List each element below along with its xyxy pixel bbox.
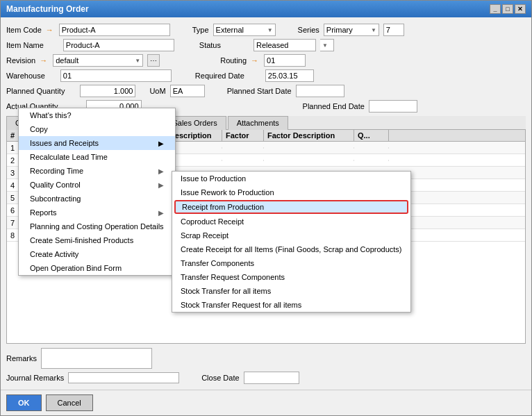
main-window: Manufacturing Order _ □ ✕ Item Code → Ty… bbox=[0, 0, 532, 416]
submenu-arrow-icon: ▶ bbox=[158, 140, 164, 147]
menu-recalculate[interactable]: Recalculate Lead Time bbox=[19, 150, 175, 164]
form-row-5: Planned Quantity UoM Planned Start Date bbox=[6, 84, 526, 98]
ok-button[interactable]: OK bbox=[6, 394, 42, 411]
planned-qty-input[interactable] bbox=[80, 85, 135, 97]
submenu-scrap-receipt[interactable]: Scrap Receipt bbox=[172, 228, 410, 242]
submenu-arrow-quality-icon: ▶ bbox=[158, 181, 164, 189]
window-title: Manufacturing Order bbox=[6, 4, 89, 14]
revision-dropdown[interactable]: default ▼ bbox=[53, 54, 143, 67]
uom-input[interactable] bbox=[170, 85, 205, 97]
submenu-issue-production[interactable]: Issue to Production bbox=[172, 172, 410, 185]
menu-reports[interactable]: Reports ▶ bbox=[19, 206, 175, 219]
minimize-button[interactable]: _ bbox=[490, 4, 501, 14]
planned-start-input[interactable] bbox=[296, 85, 344, 97]
routing-arrow-icon: → bbox=[251, 56, 258, 65]
close-date-label: Close Date bbox=[201, 374, 239, 382]
item-code-label: Item Code bbox=[6, 26, 42, 34]
series-dropdown-arrow-icon: ▼ bbox=[371, 27, 376, 33]
form-row-4: Warehouse Required Date bbox=[6, 69, 526, 83]
submenu-transfer-components[interactable]: Transfer Components bbox=[172, 256, 410, 270]
footer-row-remarks: Remarks bbox=[6, 348, 526, 369]
status-label: Status bbox=[199, 41, 221, 49]
close-button[interactable]: ✕ bbox=[515, 4, 526, 14]
item-code-input[interactable] bbox=[59, 24, 170, 36]
type-label: Type bbox=[192, 26, 209, 34]
series-number-input[interactable] bbox=[383, 24, 404, 36]
submenu-coproduct-receipt[interactable]: Coproduct Receipt bbox=[172, 215, 410, 228]
menu-recording-time[interactable]: Recording Time ▶ bbox=[19, 164, 175, 178]
planned-end-label: Planned End Date bbox=[303, 102, 365, 110]
submenu-transfer-request-components[interactable]: Transfer Request Components bbox=[172, 270, 410, 284]
revision-arrow-icon: → bbox=[40, 56, 47, 65]
revision-detail-icon: ⋯ bbox=[150, 57, 157, 65]
col-header-factor: Factor bbox=[222, 130, 264, 141]
remarks-textarea[interactable] bbox=[41, 348, 152, 369]
status-dropdown-arrow-icon: ▼ bbox=[322, 42, 328, 49]
planned-qty-label: Planned Quantity bbox=[6, 87, 65, 95]
context-menu[interactable]: What's this? Copy Issues and Receipts ▶ … bbox=[18, 108, 176, 276]
close-date-input[interactable] bbox=[244, 372, 299, 384]
menu-semi-finished[interactable]: Create Semi-finished Products bbox=[19, 233, 175, 247]
menu-subcontracting[interactable]: Subcontracting bbox=[19, 192, 175, 206]
menu-issues-receipts[interactable]: Issues and Receipts ▶ bbox=[19, 136, 175, 150]
menu-copy[interactable]: Copy bbox=[19, 122, 175, 136]
menu-open-bind-form[interactable]: Open Operation Bind Form bbox=[19, 261, 175, 275]
form-row-2: Item Name Status ▼ bbox=[6, 38, 526, 52]
revision-dropdown-arrow-icon: ▼ bbox=[135, 58, 140, 64]
form-row-3: Revision → default ▼ ⋯ Routing → bbox=[6, 53, 526, 67]
remarks-label: Remarks bbox=[6, 354, 37, 363]
title-controls: _ □ ✕ bbox=[490, 4, 526, 14]
item-name-input[interactable] bbox=[63, 39, 174, 51]
warehouse-input[interactable] bbox=[60, 69, 172, 82]
item-name-label: Item Name bbox=[6, 41, 44, 49]
required-date-input[interactable] bbox=[265, 69, 314, 82]
revision-label: Revision bbox=[6, 56, 35, 65]
planned-end-input[interactable] bbox=[369, 100, 417, 113]
planned-start-label: Planned Start Date bbox=[227, 87, 292, 95]
bottom-bar: OK Cancel bbox=[1, 390, 531, 415]
title-bar: Manufacturing Order _ □ ✕ bbox=[1, 1, 531, 17]
status-dropdown[interactable]: ▼ bbox=[320, 39, 334, 51]
type-dropdown-arrow-icon: ▼ bbox=[267, 27, 273, 33]
menu-planning-costing[interactable]: Planning and Costing Operation Details bbox=[19, 219, 175, 233]
menu-whats-this[interactable]: What's this? bbox=[19, 108, 175, 122]
form-fields: Item Code → Type External ▼ Series Prima… bbox=[6, 23, 526, 113]
uom-label: UoM bbox=[149, 87, 165, 95]
menu-quality-control[interactable]: Quality Control ▶ bbox=[19, 178, 175, 192]
maximize-button[interactable]: □ bbox=[502, 4, 513, 14]
type-dropdown[interactable]: External ▼ bbox=[213, 24, 276, 36]
submenu-issue-rework[interactable]: Issue Rework to Production bbox=[172, 185, 410, 199]
series-dropdown[interactable]: Primary ▼ bbox=[324, 24, 379, 36]
footer-row-journal: Journal Remarks Close Date bbox=[6, 372, 526, 384]
routing-label: Routing bbox=[220, 56, 247, 65]
warehouse-label: Warehouse bbox=[6, 72, 45, 80]
window-body: Item Code → Type External ▼ Series Prima… bbox=[1, 17, 531, 390]
submenu-stock-transfer-all[interactable]: Stock Transfer for all items bbox=[172, 284, 410, 298]
submenu-stock-transfer-request-all[interactable]: Stock Transfer Request for all items bbox=[172, 298, 410, 312]
menu-create-activity[interactable]: Create Activity bbox=[19, 247, 175, 261]
form-row-1: Item Code → Type External ▼ Series Prima… bbox=[6, 23, 526, 37]
series-label: Series bbox=[298, 26, 319, 34]
journal-remarks-input[interactable] bbox=[68, 372, 179, 383]
item-code-arrow-icon: → bbox=[46, 26, 53, 34]
col-header-factor-desc: Factor Description bbox=[264, 130, 354, 141]
tab-attachments[interactable]: Attachments bbox=[228, 116, 288, 130]
submenu-receipt-production[interactable]: Receipt from Production bbox=[174, 200, 408, 214]
required-date-label: Required Date bbox=[195, 72, 244, 80]
routing-input[interactable] bbox=[264, 54, 306, 67]
submenu-create-receipt-all[interactable]: Create Receipt for all Items (Final Good… bbox=[172, 242, 410, 256]
footer-area: Remarks Journal Remarks Close Date bbox=[6, 348, 526, 384]
col-header-q: Q... bbox=[354, 130, 389, 141]
journal-remarks-label: Journal Remarks bbox=[6, 374, 64, 382]
submenu-arrow-reports-icon: ▶ bbox=[158, 209, 164, 217]
revision-detail-button[interactable]: ⋯ bbox=[147, 54, 160, 67]
submenu-arrow-recording-icon: ▶ bbox=[158, 167, 164, 175]
status-input[interactable] bbox=[253, 39, 316, 51]
submenu-issues-receipts[interactable]: Issue to Production Issue Rework to Prod… bbox=[172, 171, 411, 313]
cancel-button[interactable]: Cancel bbox=[46, 394, 93, 411]
